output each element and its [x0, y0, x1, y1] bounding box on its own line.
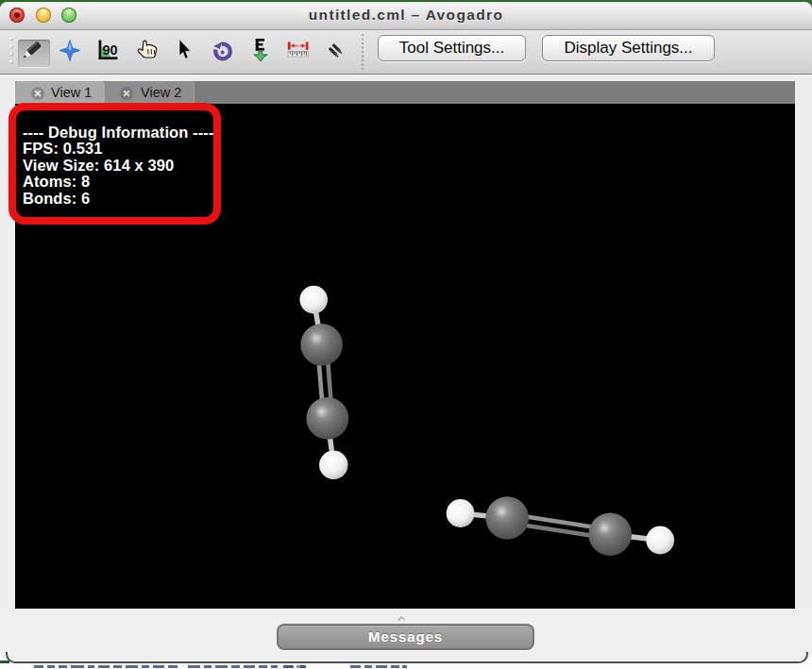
svg-text:90: 90 [103, 42, 118, 58]
